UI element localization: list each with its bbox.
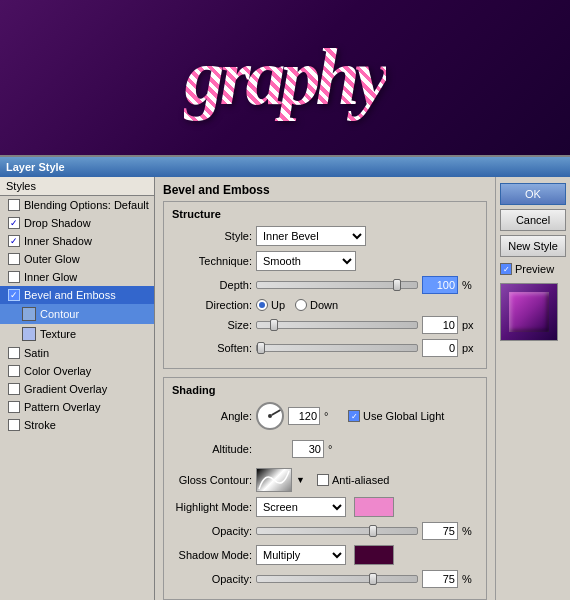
direction-label: Direction: — [172, 299, 252, 311]
direction-up-option[interactable]: Up — [256, 299, 285, 311]
style-select[interactable]: Inner Bevel — [256, 226, 366, 246]
stroke-checkbox[interactable] — [8, 419, 20, 431]
highlight-opacity-unit: % — [462, 525, 478, 537]
global-light-label: Use Global Light — [363, 410, 444, 422]
style-label: Style: — [172, 230, 252, 242]
pattern-overlay-checkbox[interactable] — [8, 401, 20, 413]
highlight-mode-row: Highlight Mode: Screen — [172, 497, 478, 517]
sidebar-item-inner-glow[interactable]: Inner Glow — [0, 268, 154, 286]
preview-inner — [509, 292, 549, 332]
preview-row: Preview — [500, 263, 566, 275]
size-value[interactable]: 10 — [422, 316, 458, 334]
anti-alias-checkbox[interactable] — [317, 474, 329, 486]
size-unit: px — [462, 319, 478, 331]
depth-row: Depth: 100 % — [172, 276, 478, 294]
sidebar-item-inner-shadow[interactable]: Inner Shadow — [0, 232, 154, 250]
size-slider[interactable] — [256, 321, 418, 329]
sidebar-item-blending-options[interactable]: Blending Options: Default — [0, 196, 154, 214]
highlight-mode-select[interactable]: Screen — [256, 497, 346, 517]
sidebar-item-satin[interactable]: Satin — [0, 344, 154, 362]
panel-header: Styles — [0, 177, 154, 196]
depth-label: Depth: — [172, 279, 252, 291]
highlight-opacity-label: Opacity: — [172, 525, 252, 537]
stroke-label: Stroke — [24, 419, 56, 431]
anti-alias-row: Anti-aliased — [317, 474, 389, 486]
inner-shadow-checkbox[interactable] — [8, 235, 20, 247]
altitude-value[interactable]: 30 — [292, 440, 324, 458]
outer-glow-label: Outer Glow — [24, 253, 80, 265]
shadow-mode-select[interactable]: Multiply — [256, 545, 346, 565]
shadow-opacity-unit: % — [462, 573, 478, 585]
direction-radio-group: Up Down — [256, 299, 338, 311]
contour-dropdown-arrow[interactable]: ▼ — [296, 475, 305, 485]
bevel-emboss-checkbox[interactable] — [8, 289, 20, 301]
altitude-label: Altitude: — [172, 443, 252, 455]
direction-down-label: Down — [310, 299, 338, 311]
shadow-opacity-slider[interactable] — [256, 575, 418, 583]
technique-select[interactable]: Smooth — [256, 251, 356, 271]
size-row: Size: 10 px — [172, 316, 478, 334]
gradient-overlay-label: Gradient Overlay — [24, 383, 107, 395]
sidebar-item-texture[interactable]: Texture — [0, 324, 154, 344]
contour-icon — [22, 307, 36, 321]
sidebar-item-drop-shadow[interactable]: Drop Shadow — [0, 214, 154, 232]
soften-value[interactable]: 0 — [422, 339, 458, 357]
drop-shadow-label: Drop Shadow — [24, 217, 91, 229]
new-style-button[interactable]: New Style — [500, 235, 566, 257]
direction-down-radio[interactable] — [295, 299, 307, 311]
soften-label: Soften: — [172, 342, 252, 354]
shadow-opacity-value[interactable]: 75 — [422, 570, 458, 588]
canvas-area: graphy — [0, 0, 570, 155]
section-title: Bevel and Emboss — [163, 183, 487, 197]
angle-value[interactable]: 120 — [288, 407, 320, 425]
depth-slider[interactable] — [256, 281, 418, 289]
size-label: Size: — [172, 319, 252, 331]
inner-shadow-label: Inner Shadow — [24, 235, 92, 247]
altitude-unit: ° — [328, 443, 344, 455]
direction-up-radio[interactable] — [256, 299, 268, 311]
structure-section: Structure Style: Inner Bevel Technique: … — [163, 201, 487, 369]
soften-slider[interactable] — [256, 344, 418, 352]
inner-glow-checkbox[interactable] — [8, 271, 20, 283]
highlight-opacity-slider[interactable] — [256, 527, 418, 535]
shadow-color-swatch[interactable] — [354, 545, 394, 565]
sidebar-item-outer-glow[interactable]: Outer Glow — [0, 250, 154, 268]
gradient-overlay-checkbox[interactable] — [8, 383, 20, 395]
drop-shadow-checkbox[interactable] — [8, 217, 20, 229]
sidebar-item-stroke[interactable]: Stroke — [0, 416, 154, 434]
ok-button[interactable]: OK — [500, 183, 566, 205]
highlight-mode-label: Highlight Mode: — [172, 501, 252, 513]
angle-control[interactable] — [256, 402, 284, 430]
preview-checkbox[interactable] — [500, 263, 512, 275]
sidebar-item-contour[interactable]: Contour — [0, 304, 154, 324]
blending-options-label: Blending Options: Default — [24, 199, 149, 211]
depth-unit: % — [462, 279, 478, 291]
direction-row: Direction: Up Down — [172, 299, 478, 311]
highlight-opacity-value[interactable]: 75 — [422, 522, 458, 540]
cancel-button[interactable]: Cancel — [500, 209, 566, 231]
gloss-contour-preview[interactable] — [256, 468, 292, 492]
sidebar-item-color-overlay[interactable]: Color Overlay — [0, 362, 154, 380]
dialog-titlebar: Layer Style — [0, 157, 570, 177]
button-panel: OK Cancel New Style Preview — [495, 177, 570, 600]
altitude-row: Altitude: 30 ° — [172, 435, 478, 463]
sidebar-item-bevel-emboss[interactable]: Bevel and Emboss — [0, 286, 154, 304]
style-row: Style: Inner Bevel — [172, 226, 478, 246]
gloss-label: Gloss Contour: — [172, 474, 252, 486]
sidebar-item-gradient-overlay[interactable]: Gradient Overlay — [0, 380, 154, 398]
outer-glow-checkbox[interactable] — [8, 253, 20, 265]
sidebar-item-pattern-overlay[interactable]: Pattern Overlay — [0, 398, 154, 416]
color-overlay-checkbox[interactable] — [8, 365, 20, 377]
shadow-opacity-row: Opacity: 75 % — [172, 570, 478, 588]
depth-value[interactable]: 100 — [422, 276, 458, 294]
soften-row: Soften: 0 px — [172, 339, 478, 357]
direction-down-option[interactable]: Down — [295, 299, 338, 311]
texture-label: Texture — [40, 328, 76, 340]
blending-options-checkbox[interactable] — [8, 199, 20, 211]
gloss-row: Gloss Contour: ▼ Anti-aliased — [172, 468, 478, 492]
soften-unit: px — [462, 342, 478, 354]
highlight-color-swatch[interactable] — [354, 497, 394, 517]
inner-glow-label: Inner Glow — [24, 271, 77, 283]
global-light-checkbox[interactable] — [348, 410, 360, 422]
satin-checkbox[interactable] — [8, 347, 20, 359]
